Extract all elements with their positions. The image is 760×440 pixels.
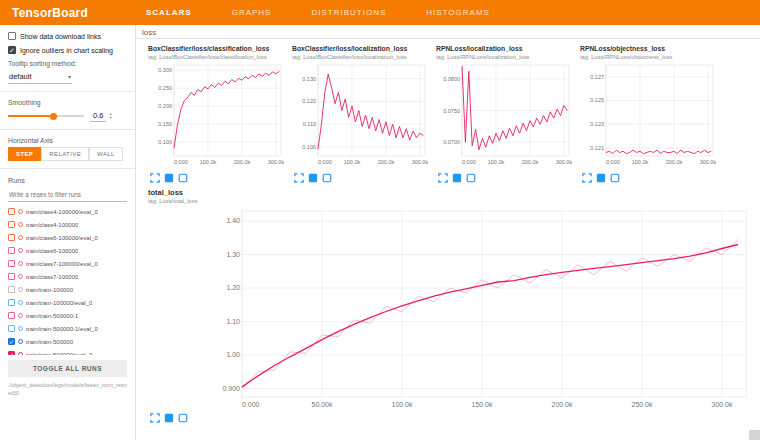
checkbox-icon[interactable] bbox=[8, 32, 16, 40]
svg-text:200.0k: 200.0k bbox=[234, 159, 251, 165]
run-checkbox[interactable] bbox=[8, 260, 15, 267]
chart-card: BoxClassifier/loss/classification_loss t… bbox=[148, 45, 286, 183]
line-chart[interactable]: 0.1210.1230.1250.1270.000100.0k200.0k300… bbox=[580, 61, 716, 167]
run-checkbox[interactable] bbox=[8, 234, 15, 241]
tab-graphs[interactable]: GRAPHS bbox=[232, 8, 272, 17]
chart-tag: tag: Loss/total_loss bbox=[148, 198, 760, 204]
run-item[interactable]: train/class6-100000/eval_0 bbox=[8, 231, 127, 244]
svg-text:1.40: 1.40 bbox=[226, 217, 240, 224]
run-checkbox[interactable] bbox=[8, 273, 15, 280]
svg-text:1.10: 1.10 bbox=[226, 318, 240, 325]
run-color-icon bbox=[18, 274, 23, 279]
run-checkbox[interactable] bbox=[8, 208, 15, 215]
run-label: train/train-100000 bbox=[26, 287, 73, 293]
run-checkbox[interactable] bbox=[8, 299, 15, 306]
run-checkbox[interactable] bbox=[8, 312, 15, 319]
run-checkbox[interactable] bbox=[8, 247, 15, 254]
runs-log-path: ./object_detection/legs/models/faster_rc… bbox=[8, 382, 127, 398]
axis-button-step[interactable]: STEP bbox=[8, 147, 41, 161]
pin-icon[interactable] bbox=[178, 173, 188, 183]
tab-distributions[interactable]: DISTRIBUTIONS bbox=[311, 8, 386, 17]
run-label: train/train-100000/eval_0 bbox=[26, 300, 92, 306]
run-item[interactable]: train/class4-100000/eval_0 bbox=[8, 205, 127, 218]
axis-button-wall[interactable]: WALL bbox=[89, 147, 123, 161]
fullscreen-icon[interactable] bbox=[150, 173, 160, 183]
show-download-links-checkbox-row[interactable]: Show data download links bbox=[8, 32, 127, 40]
svg-text:0.000: 0.000 bbox=[606, 159, 620, 165]
svg-text:300.0k: 300.0k bbox=[711, 401, 733, 408]
run-label: train/train-500000 bbox=[26, 339, 73, 345]
run-label: train/class4-100000/eval_0 bbox=[26, 209, 98, 215]
svg-text:0.110: 0.110 bbox=[303, 121, 316, 127]
svg-text:100.0k: 100.0k bbox=[391, 401, 413, 408]
run-item[interactable]: train/class7-100000/eval_0 bbox=[8, 257, 127, 270]
nav-tabs: SCALARSGRAPHSDISTRIBUTIONSHISTOGRAMS bbox=[146, 8, 490, 17]
smoothing-input[interactable]: 0.6 ▲▼ bbox=[90, 110, 112, 122]
run-item[interactable]: ✓train/train-500000/eval_0 bbox=[8, 348, 127, 355]
tag-filter-input[interactable]: loss bbox=[136, 25, 760, 39]
tab-histograms[interactable]: HISTOGRAMS bbox=[426, 8, 490, 17]
slider-thumb[interactable] bbox=[50, 113, 57, 120]
run-checkbox[interactable] bbox=[8, 221, 15, 228]
run-item[interactable]: train/train-100000 bbox=[8, 283, 127, 296]
run-checkbox[interactable] bbox=[8, 286, 15, 293]
svg-text:0.127: 0.127 bbox=[590, 74, 604, 80]
line-chart[interactable]: 0.9001.001.101.201.301.400.00050.00k100.… bbox=[206, 205, 754, 411]
run-color-icon bbox=[18, 326, 23, 331]
checkbox-icon[interactable]: ✓ bbox=[8, 46, 16, 54]
svg-text:0.0800: 0.0800 bbox=[443, 76, 460, 82]
run-item[interactable]: ✓train/train-500000 bbox=[8, 335, 127, 348]
spinner-arrows-icon[interactable]: ▲▼ bbox=[108, 112, 112, 120]
run-item[interactable]: train/train-500000-1/eval_0 bbox=[8, 322, 127, 335]
line-chart[interactable]: 0.1000.1500.2000.2500.3000.000100.0k200.… bbox=[148, 61, 284, 167]
fit-domain-icon[interactable] bbox=[596, 173, 606, 183]
fullscreen-icon[interactable] bbox=[438, 173, 448, 183]
ignore-outliers-checkbox-row[interactable]: ✓ Ignore outliers in chart scaling bbox=[8, 46, 127, 54]
fit-domain-icon[interactable] bbox=[308, 173, 318, 183]
pin-icon[interactable] bbox=[178, 413, 188, 423]
horizontal-axis-toggle: STEPRELATIVEWALL bbox=[8, 147, 127, 161]
pin-icon[interactable] bbox=[322, 173, 332, 183]
smoothing-control: 0.6 ▲▼ bbox=[8, 110, 127, 122]
run-label: train/class4-100000 bbox=[26, 222, 78, 228]
horizontal-axis-label: Horizontal Axis bbox=[8, 137, 127, 144]
svg-text:0.300: 0.300 bbox=[158, 68, 172, 74]
tooltip-sort-select[interactable]: default ▾ bbox=[8, 70, 72, 84]
run-list[interactable]: train/class4-100000/eval_0train/class4-1… bbox=[8, 205, 127, 355]
svg-text:100.0k: 100.0k bbox=[344, 159, 361, 165]
runs-filter-input[interactable] bbox=[8, 188, 127, 202]
pin-icon[interactable] bbox=[466, 173, 476, 183]
run-checkbox[interactable]: ✓ bbox=[8, 338, 15, 345]
fit-domain-icon[interactable] bbox=[164, 173, 174, 183]
smoothing-value[interactable]: 0.6 bbox=[90, 110, 106, 122]
svg-text:0.100: 0.100 bbox=[158, 139, 172, 145]
fullscreen-icon[interactable] bbox=[582, 173, 592, 183]
toggle-all-runs-button[interactable]: TOGGLE ALL RUNS bbox=[8, 360, 127, 377]
line-chart[interactable]: 0.07000.07500.08000.000100.0k200.0k300.0… bbox=[436, 61, 572, 167]
tab-scalars[interactable]: SCALARS bbox=[146, 8, 192, 17]
svg-text:100.0k: 100.0k bbox=[632, 159, 649, 165]
run-checkbox[interactable] bbox=[8, 325, 15, 332]
svg-text:1.30: 1.30 bbox=[226, 251, 240, 258]
sidebar: Show data download links ✓ Ignore outlie… bbox=[0, 25, 136, 440]
run-color-icon bbox=[18, 222, 23, 227]
axis-button-relative[interactable]: RELATIVE bbox=[41, 147, 89, 161]
run-item[interactable]: train/train-100000/eval_0 bbox=[8, 296, 127, 309]
line-chart[interactable]: 0.1000.1100.1200.1300.000100.0k200.0k300… bbox=[292, 61, 428, 167]
chart-title: RPNLoss/objectness_loss bbox=[580, 45, 718, 53]
tensorboard-app: TensorBoard SCALARSGRAPHSDISTRIBUTIONSHI… bbox=[0, 0, 760, 440]
fit-domain-icon[interactable] bbox=[452, 173, 462, 183]
fit-domain-icon[interactable] bbox=[164, 413, 174, 423]
run-item[interactable]: train/train-500000-1 bbox=[8, 309, 127, 322]
fullscreen-icon[interactable] bbox=[150, 413, 160, 423]
run-item[interactable]: train/class6-100000 bbox=[8, 244, 127, 257]
fullscreen-icon[interactable] bbox=[294, 173, 304, 183]
svg-text:200.0k: 200.0k bbox=[378, 159, 395, 165]
run-checkbox[interactable]: ✓ bbox=[8, 351, 15, 355]
run-item[interactable]: train/class7-100000 bbox=[8, 270, 127, 283]
run-color-icon bbox=[18, 300, 23, 305]
pin-icon[interactable] bbox=[610, 173, 620, 183]
run-item[interactable]: train/class4-100000 bbox=[8, 218, 127, 231]
chart-card-total-loss: total_loss tag: Loss/total_loss 0.9001.0… bbox=[136, 183, 760, 423]
smoothing-slider[interactable] bbox=[8, 115, 84, 117]
